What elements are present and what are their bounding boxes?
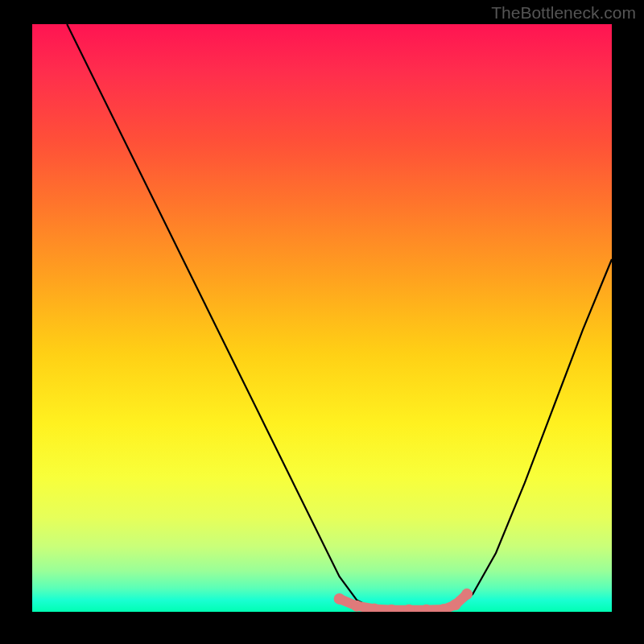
highlight-dot — [450, 599, 461, 610]
highlight-markers — [334, 588, 473, 612]
chart-svg — [32, 24, 612, 612]
plot-area — [32, 24, 612, 612]
highlight-dot — [351, 601, 362, 612]
main-curve — [67, 24, 612, 612]
highlight-dot — [334, 593, 345, 605]
highlight-dot — [461, 588, 473, 600]
watermark-text: TheBottleneck.com — [491, 3, 636, 23]
